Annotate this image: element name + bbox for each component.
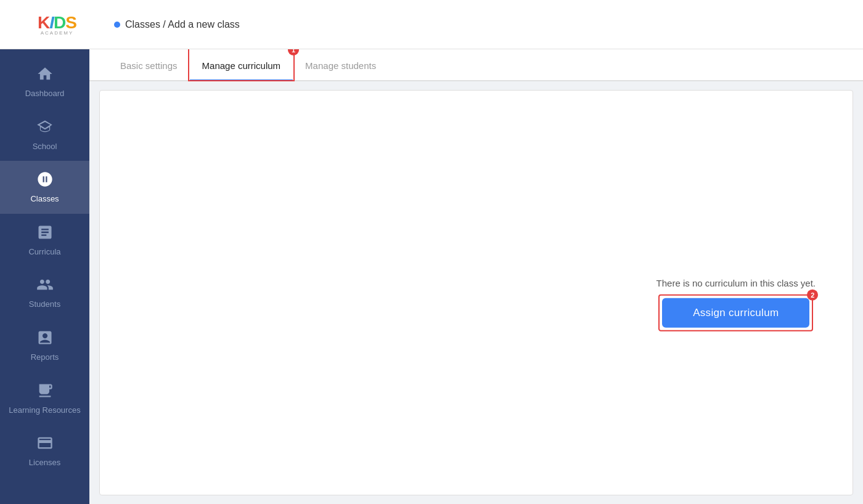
logo-area: KIDS ACADEMY bbox=[12, 13, 102, 36]
assign-btn-wrapper: Assign curriculum 2 bbox=[662, 298, 809, 328]
sidebar-label-licenses: Licenses bbox=[29, 458, 60, 468]
school-icon bbox=[36, 118, 54, 138]
sidebar: Dashboard School Classes Curricula Stude bbox=[0, 49, 89, 504]
header: KIDS ACADEMY Classes / Add a new class bbox=[0, 0, 863, 49]
home-icon bbox=[36, 65, 54, 85]
sidebar-item-students[interactable]: Students bbox=[0, 266, 89, 319]
breadcrumb-dot bbox=[114, 22, 120, 28]
licenses-icon bbox=[36, 434, 54, 454]
sidebar-item-learning-resources[interactable]: Learning Resources bbox=[0, 372, 89, 425]
curricula-icon bbox=[36, 224, 54, 243]
layout: Dashboard School Classes Curricula Stude bbox=[0, 49, 863, 504]
tab-manage-curriculum[interactable]: Manage curriculum 1 bbox=[190, 49, 293, 81]
logo-d: D bbox=[54, 13, 65, 32]
sidebar-label-students: Students bbox=[29, 299, 60, 309]
sidebar-label-learning-resources: Learning Resources bbox=[9, 405, 80, 415]
logo-k: K bbox=[38, 13, 49, 32]
tab-basic-settings[interactable]: Basic settings bbox=[108, 49, 190, 81]
reports-icon bbox=[36, 329, 54, 349]
students-icon bbox=[36, 276, 54, 296]
sidebar-item-school[interactable]: School bbox=[0, 108, 89, 161]
sidebar-item-curricula[interactable]: Curricula bbox=[0, 214, 89, 267]
tabs-bar: Basic settings Manage curriculum 1 Manag… bbox=[89, 49, 863, 81]
classes-icon bbox=[36, 171, 54, 190]
logo-sub: ACADEMY bbox=[38, 30, 76, 36]
sidebar-label-curricula: Curricula bbox=[28, 247, 60, 257]
sidebar-label-school: School bbox=[33, 142, 57, 152]
sidebar-item-licenses[interactable]: Licenses bbox=[0, 425, 89, 478]
step-badge-2: 2 bbox=[807, 290, 818, 301]
sidebar-label-classes: Classes bbox=[30, 194, 59, 204]
sidebar-item-reports[interactable]: Reports bbox=[0, 319, 89, 372]
sidebar-label-reports: Reports bbox=[31, 352, 59, 362]
curriculum-message: There is no curriculum in this class yet… bbox=[656, 278, 816, 328]
breadcrumb-text: Classes / Add a new class bbox=[125, 19, 240, 30]
sidebar-item-dashboard[interactable]: Dashboard bbox=[0, 55, 89, 108]
sidebar-label-dashboard: Dashboard bbox=[25, 89, 65, 99]
content-panel: There is no curriculum in this class yet… bbox=[99, 90, 853, 495]
assign-curriculum-button[interactable]: Assign curriculum bbox=[662, 298, 809, 328]
tab-manage-students[interactable]: Manage students bbox=[293, 49, 388, 81]
breadcrumb: Classes / Add a new class bbox=[102, 19, 240, 30]
logo-s: S bbox=[65, 13, 76, 32]
main-content: Basic settings Manage curriculum 1 Manag… bbox=[89, 49, 863, 504]
no-curriculum-text: There is no curriculum in this class yet… bbox=[656, 278, 816, 288]
learning-resources-icon bbox=[36, 382, 54, 402]
sidebar-item-classes[interactable]: Classes bbox=[0, 161, 89, 214]
